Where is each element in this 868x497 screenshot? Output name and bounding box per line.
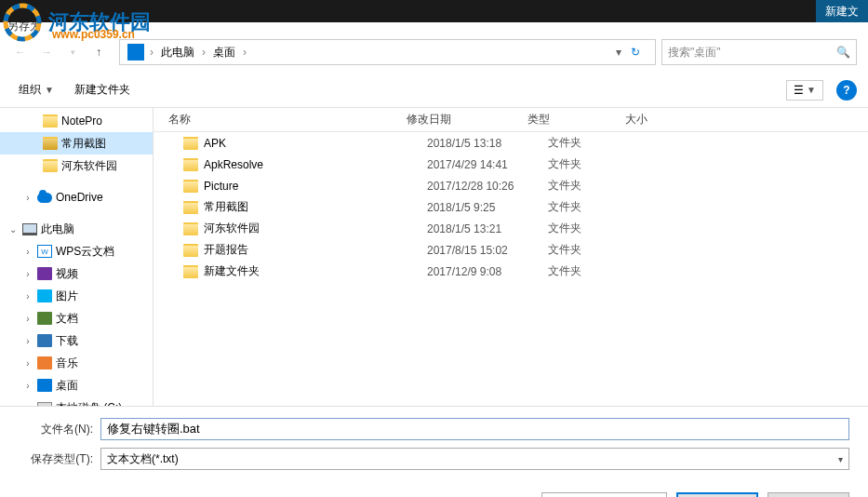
- filename-label: 文件名(N):: [19, 422, 93, 437]
- sidebar-item-diskc[interactable]: ›本地磁盘 (C:): [0, 396, 153, 406]
- cancel-button[interactable]: 取消: [768, 492, 849, 497]
- newfolder-button[interactable]: 新建文件夹: [67, 78, 138, 101]
- chevron-down-icon: ▼: [807, 85, 816, 95]
- row-type: 文件夹: [548, 135, 646, 151]
- table-row[interactable]: Picture2017/12/28 10:26文件夹: [154, 175, 868, 196]
- save-button[interactable]: 保存(S): [676, 492, 758, 497]
- row-date: 2017/8/15 15:02: [427, 244, 548, 257]
- document-icon: [37, 312, 52, 325]
- row-type: 文件夹: [548, 263, 646, 279]
- table-row[interactable]: ApkResolve2017/4/29 14:41文件夹: [154, 154, 868, 175]
- folder-icon: [183, 158, 198, 171]
- folder-icon: [183, 265, 198, 278]
- expand-icon[interactable]: ›: [22, 403, 33, 407]
- row-type: 文件夹: [548, 199, 646, 215]
- sidebar-item-onedrive[interactable]: ›OneDrive: [0, 186, 153, 208]
- encoding-select[interactable]: ANSI ▾: [541, 492, 667, 497]
- table-row[interactable]: APK2018/1/5 13:18文件夹: [154, 132, 868, 154]
- expand-icon[interactable]: ›: [22, 193, 33, 203]
- newfile-tab[interactable]: 新建文: [816, 0, 868, 22]
- sidebar-item-downloads[interactable]: ›下载: [0, 329, 153, 352]
- breadcrumb-seg-pc[interactable]: 此电脑: [155, 40, 200, 64]
- expand-icon[interactable]: ›: [22, 358, 33, 369]
- app-titlebar: 新建文: [0, 0, 868, 22]
- row-name: Picture: [204, 180, 427, 193]
- row-date: 2017/12/28 10:26: [427, 180, 548, 193]
- row-date: 2017/12/9 9:08: [427, 265, 548, 278]
- table-row[interactable]: 开题报告2017/8/15 15:02文件夹: [154, 239, 868, 261]
- folder-icon: [43, 137, 58, 150]
- filename-input[interactable]: [100, 418, 849, 440]
- breadcrumb[interactable]: › 此电脑 › 桌面 › ▾ ↻: [119, 39, 656, 65]
- search-icon[interactable]: 🔍: [836, 46, 850, 59]
- sidebar-item-notepro[interactable]: NotePro: [0, 110, 153, 132]
- sidebar-item-wps[interactable]: ›WWPS云文档: [0, 240, 153, 262]
- recent-dropdown[interactable]: ▾: [63, 43, 82, 61]
- forward-button: →: [37, 43, 56, 61]
- desktop-icon: [37, 379, 52, 392]
- collapse-icon[interactable]: ⌄: [7, 224, 19, 235]
- col-header-date[interactable]: 修改日期: [407, 112, 527, 128]
- savetype-label: 保存类型(T):: [19, 451, 93, 467]
- row-name: 河东软件园: [204, 221, 427, 236]
- col-header-type[interactable]: 类型: [527, 112, 625, 128]
- row-name: 新建文件夹: [204, 263, 427, 279]
- file-list: 名称 修改日期 类型 大小 APK2018/1/5 13:18文件夹ApkRes…: [154, 108, 868, 406]
- pc-icon: [22, 223, 37, 235]
- breadcrumb-seg-desktop[interactable]: 桌面: [207, 40, 241, 64]
- sidebar-item-screenshots[interactable]: 常用截图: [0, 132, 153, 154]
- sidebar-item-hedong[interactable]: 河东软件园: [0, 154, 153, 177]
- expand-icon[interactable]: ›: [22, 381, 33, 391]
- chevron-down-icon: ▾: [838, 454, 843, 464]
- expand-icon[interactable]: ›: [22, 291, 33, 302]
- search-input[interactable]: 搜索"桌面" 🔍: [661, 39, 857, 65]
- nav-row: ← → ▾ ↑ › 此电脑 › 桌面 › ▾ ↻ 搜索"桌面" 🔍: [0, 30, 868, 73]
- back-button[interactable]: ←: [11, 43, 30, 61]
- sidebar-item-thispc[interactable]: ⌄此电脑: [0, 218, 153, 240]
- sidebar-item-videos[interactable]: ›视频: [0, 262, 153, 285]
- row-type: 文件夹: [548, 242, 646, 258]
- row-name: APK: [204, 137, 427, 150]
- footer: ▴ 隐藏文件夹 编码(E): ANSI ▾ 保存(S) 取消: [0, 483, 868, 497]
- expand-icon[interactable]: ›: [22, 269, 33, 279]
- disk-icon: [37, 402, 52, 406]
- col-header-size[interactable]: 大小: [625, 112, 700, 128]
- expand-icon[interactable]: ›: [22, 314, 33, 324]
- row-date: 2018/1/5 9:25: [427, 201, 548, 214]
- col-header-name[interactable]: 名称: [168, 112, 407, 128]
- sidebar-item-pictures[interactable]: ›图片: [0, 285, 153, 307]
- folder-icon: [43, 159, 58, 172]
- organize-button[interactable]: 组织 ▼: [11, 78, 61, 101]
- music-icon: [37, 356, 52, 369]
- savetype-select[interactable]: 文本文档(*.txt) ▾: [100, 448, 849, 470]
- chevron-down-icon: ▼: [45, 85, 54, 95]
- up-button[interactable]: ↑: [89, 43, 108, 61]
- folder-icon: [183, 137, 198, 150]
- folder-icon: [183, 244, 198, 257]
- sidebar-item-desktop[interactable]: ›桌面: [0, 374, 153, 396]
- download-icon: [37, 334, 52, 347]
- row-type: 文件夹: [548, 156, 646, 172]
- expand-icon[interactable]: ›: [22, 336, 33, 346]
- row-name: 开题报告: [204, 242, 427, 258]
- folder-icon: [43, 114, 58, 128]
- chevron-right-icon: ›: [241, 46, 248, 59]
- desktop-icon: [127, 44, 144, 60]
- video-icon: [37, 267, 52, 280]
- sidebar-item-documents[interactable]: ›文档: [0, 307, 153, 329]
- toolbar: 组织 ▼ 新建文件夹 ☰ ▼ ?: [0, 73, 868, 108]
- refresh-icon[interactable]: ↻: [625, 46, 646, 59]
- sidebar-item-music[interactable]: ›音乐: [0, 352, 153, 374]
- search-placeholder: 搜索"桌面": [668, 45, 721, 60]
- folder-icon: [183, 222, 198, 235]
- table-row[interactable]: 河东软件园2018/1/5 13:21文件夹: [154, 218, 868, 239]
- table-row[interactable]: 新建文件夹2017/12/9 9:08文件夹: [154, 261, 868, 282]
- row-name: ApkResolve: [204, 158, 427, 171]
- help-button[interactable]: ?: [836, 80, 857, 101]
- table-row[interactable]: 常用截图2018/1/5 9:25文件夹: [154, 196, 868, 218]
- view-mode-button[interactable]: ☰ ▼: [786, 80, 823, 101]
- expand-icon[interactable]: ›: [22, 247, 33, 257]
- chevron-down-icon[interactable]: ▾: [616, 46, 621, 59]
- row-date: 2017/4/29 14:41: [427, 158, 548, 171]
- list-icon: ☰: [794, 84, 804, 97]
